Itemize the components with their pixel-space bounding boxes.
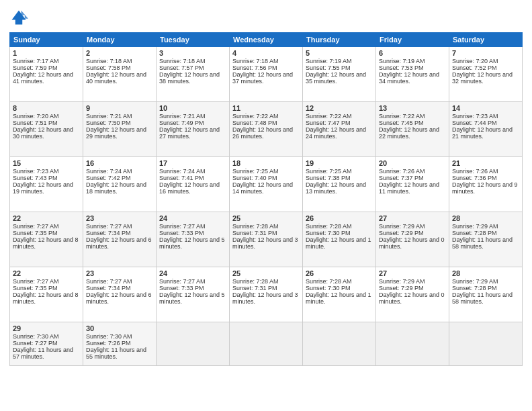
day-number: 25 [232,269,300,277]
calendar-header-sunday: Sunday [10,33,83,47]
calendar-day-18: 18Sunrise: 7:25 AMSunset: 7:40 PMDayligh… [230,157,303,212]
calendar-day-empty [303,322,376,366]
calendar-day-empty [376,322,449,366]
day-number: 28 [452,269,519,277]
day-number: 14 [452,104,519,112]
calendar-week-4: 22Sunrise: 7:27 AMSunset: 7:35 PMDayligh… [10,212,523,267]
day-number: 26 [306,269,373,277]
day-number: 1 [13,49,80,57]
day-number: 19 [306,159,373,167]
day-number: 8 [13,104,80,112]
calendar-day-14: 14Sunrise: 7:23 AMSunset: 7:44 PMDayligh… [449,102,523,157]
calendar-day-6: 6Sunrise: 7:19 AMSunset: 7:53 PMDaylight… [376,47,449,102]
calendar-day-24: 24Sunrise: 7:27 AMSunset: 7:33 PMDayligh… [157,212,230,267]
calendar-day-22: 22Sunrise: 7:27 AMSunset: 7:35 PMDayligh… [10,212,83,267]
calendar-week-1: 1Sunrise: 7:17 AMSunset: 7:59 PMDaylight… [10,47,523,102]
day-number: 24 [159,214,226,222]
day-number: 4 [232,49,300,57]
calendar-header-saturday: Saturday [449,33,523,47]
calendar-day-23: 23Sunrise: 7:27 AMSunset: 7:34 PMDayligh… [83,212,157,267]
svg-marker-0 [12,11,26,25]
calendar-day-27: 27Sunrise: 7:29 AMSunset: 7:29 PMDayligh… [376,267,449,322]
calendar-header-tuesday: Tuesday [157,33,230,47]
calendar-day-empty [230,322,303,366]
calendar-header-friday: Friday [376,33,449,47]
day-number: 9 [86,104,153,112]
calendar-day-5: 5Sunrise: 7:19 AMSunset: 7:55 PMDaylight… [303,47,376,102]
day-number: 15 [13,159,80,167]
calendar-day-11: 11Sunrise: 7:22 AMSunset: 7:48 PMDayligh… [230,102,303,157]
calendar-day-8: 8Sunrise: 7:20 AMSunset: 7:51 PMDaylight… [10,102,83,157]
day-number: 28 [452,214,519,222]
day-number: 10 [159,104,226,112]
calendar-week-5: 22Sunrise: 7:27 AMSunset: 7:35 PMDayligh… [10,267,523,322]
calendar-day-17: 17Sunrise: 7:24 AMSunset: 7:41 PMDayligh… [157,157,230,212]
day-number: 27 [379,214,446,222]
day-number: 22 [13,214,80,222]
day-number: 11 [232,104,300,112]
calendar-day-27: 27Sunrise: 7:29 AMSunset: 7:29 PMDayligh… [376,212,449,267]
calendar-header-monday: Monday [83,33,157,47]
calendar-day-26: 26Sunrise: 7:28 AMSunset: 7:30 PMDayligh… [303,212,376,267]
day-number: 18 [232,159,300,167]
calendar-week-3: 15Sunrise: 7:23 AMSunset: 7:43 PMDayligh… [10,157,523,212]
day-number: 13 [379,104,446,112]
calendar-header-row: SundayMondayTuesdayWednesdayThursdayFrid… [10,33,523,47]
calendar-day-15: 15Sunrise: 7:23 AMSunset: 7:43 PMDayligh… [10,157,83,212]
day-number: 20 [379,159,446,167]
calendar-day-12: 12Sunrise: 7:22 AMSunset: 7:47 PMDayligh… [303,102,376,157]
calendar-day-20: 20Sunrise: 7:26 AMSunset: 7:37 PMDayligh… [376,157,449,212]
day-number: 12 [306,104,373,112]
calendar-week-6: 29Sunrise: 7:30 AMSunset: 7:27 PMDayligh… [10,322,523,366]
calendar-day-25: 25Sunrise: 7:28 AMSunset: 7:31 PMDayligh… [230,267,303,322]
day-number: 26 [306,214,373,222]
day-number: 25 [232,214,300,222]
calendar-week-2: 8Sunrise: 7:20 AMSunset: 7:51 PMDaylight… [10,102,523,157]
calendar-day-4: 4Sunrise: 7:18 AMSunset: 7:56 PMDaylight… [230,47,303,102]
calendar-day-19: 19Sunrise: 7:25 AMSunset: 7:38 PMDayligh… [303,157,376,212]
calendar-day-3: 3Sunrise: 7:18 AMSunset: 7:57 PMDaylight… [157,47,230,102]
calendar-day-21: 21Sunrise: 7:26 AMSunset: 7:36 PMDayligh… [449,157,523,212]
calendar-day-30: 30Sunrise: 7:30 AMSunset: 7:26 PMDayligh… [83,322,157,366]
day-number: 24 [159,269,226,277]
header [9,8,523,27]
logo-icon [9,8,28,27]
calendar-day-13: 13Sunrise: 7:22 AMSunset: 7:45 PMDayligh… [376,102,449,157]
day-number: 7 [452,49,519,57]
day-number: 2 [86,49,153,57]
day-number: 21 [452,159,519,167]
day-number: 3 [159,49,226,57]
day-number: 27 [379,269,446,277]
calendar-day-2: 2Sunrise: 7:18 AMSunset: 7:58 PMDaylight… [83,47,157,102]
day-number: 6 [379,49,446,57]
day-number: 5 [306,49,373,57]
calendar-day-25: 25Sunrise: 7:28 AMSunset: 7:31 PMDayligh… [230,212,303,267]
day-number: 23 [86,269,153,277]
page: SundayMondayTuesdayWednesdayThursdayFrid… [0,0,532,411]
calendar-day-22: 22Sunrise: 7:27 AMSunset: 7:35 PMDayligh… [10,267,83,322]
calendar-day-24: 24Sunrise: 7:27 AMSunset: 7:33 PMDayligh… [157,267,230,322]
calendar-day-28: 28Sunrise: 7:29 AMSunset: 7:28 PMDayligh… [449,267,523,322]
day-number: 16 [86,159,153,167]
day-number: 30 [86,324,153,332]
day-number: 29 [13,324,80,332]
calendar-day-empty [157,322,230,366]
calendar-day-28: 28Sunrise: 7:29 AMSunset: 7:28 PMDayligh… [449,212,523,267]
calendar-day-10: 10Sunrise: 7:21 AMSunset: 7:49 PMDayligh… [157,102,230,157]
calendar-day-empty [449,322,523,366]
calendar-day-1: 1Sunrise: 7:17 AMSunset: 7:59 PMDaylight… [10,47,83,102]
day-number: 23 [86,214,153,222]
calendar-day-26: 26Sunrise: 7:28 AMSunset: 7:30 PMDayligh… [303,267,376,322]
calendar-day-29: 29Sunrise: 7:30 AMSunset: 7:27 PMDayligh… [10,322,83,366]
calendar-header-thursday: Thursday [303,33,376,47]
logo [9,8,31,27]
calendar-day-9: 9Sunrise: 7:21 AMSunset: 7:50 PMDaylight… [83,102,157,157]
calendar-day-7: 7Sunrise: 7:20 AMSunset: 7:52 PMDaylight… [449,47,523,102]
day-number: 17 [159,159,226,167]
day-number: 22 [13,269,80,277]
calendar-day-16: 16Sunrise: 7:24 AMSunset: 7:42 PMDayligh… [83,157,157,212]
calendar: SundayMondayTuesdayWednesdayThursdayFrid… [9,32,523,366]
calendar-day-23: 23Sunrise: 7:27 AMSunset: 7:34 PMDayligh… [83,267,157,322]
calendar-header-wednesday: Wednesday [230,33,303,47]
